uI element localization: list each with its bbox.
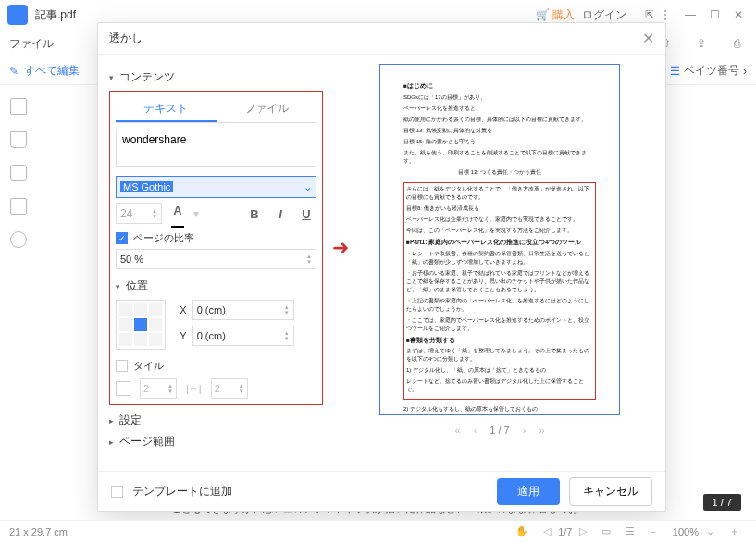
ratio-checkbox[interactable]: ✓ [116,232,128,244]
page-size-label: 21 x 29.7 cm [9,526,68,537]
ratio-label: ページの比率 [133,231,194,245]
y-input[interactable]: 0 (cm)▲▼ [192,326,294,346]
bookmark-icon[interactable] [10,131,27,148]
x-input[interactable]: 0 (cm)▲▼ [192,300,294,320]
modal-title: 透かし [109,31,143,46]
attachment-icon[interactable] [10,198,27,215]
tile-input-2[interactable]: 2▲▼ [211,378,248,399]
modal-close-icon[interactable]: ✕ [642,30,654,47]
cloud-icon[interactable]: ⇪ [691,33,712,54]
minimize-icon[interactable]: ― [680,5,700,25]
pager-prev-icon[interactable]: ‹ [474,425,477,436]
app-icon [7,5,28,25]
pager-next-icon[interactable]: › [523,425,527,436]
settings-section-header[interactable]: 設定 [109,413,323,428]
pencil-icon: ✎ [9,65,19,78]
sidebar [0,85,37,248]
bates-button[interactable]: ☰ ベイツ番号 › [670,63,747,79]
view-single-icon[interactable]: ▭ [601,525,611,537]
cancel-button[interactable]: キャンセル [569,477,652,506]
watermark-modal: 透かし ✕ コンテンツ テキスト ファイル wondershare MS Got… [97,22,666,512]
statusbar: 21 x 29.7 cm ✋ ◁ 1/7 ▷ ▭ ☰ − 100% ⌄ ＋ [0,520,756,542]
tile-input-1[interactable]: 2▲▼ [140,378,177,399]
thumbnails-icon[interactable] [10,98,27,115]
close-icon[interactable]: ✕ [728,5,749,25]
page-counter-badge: 1 / 7 [703,494,741,511]
content-section-header[interactable]: コンテンツ [109,69,323,85]
page-preview: ■はじめに SDGsには「17の目標」があり、 ペーパーレス化を推進すると、 紙… [379,64,620,415]
preview-highlight: さらには、紙をデジタル化することで、「働き方改革」が促進され、以下の目標にも貢献… [403,182,596,400]
zoom-value[interactable]: 100% [673,526,699,537]
apply-button[interactable]: 適用 [497,478,560,505]
tab-file[interactable]: ファイル [217,97,317,122]
underline-button[interactable]: U [296,203,316,224]
comment-icon[interactable] [10,165,27,181]
maximize-icon[interactable]: ☐ [704,5,725,25]
content-highlight-box: テキスト ファイル wondershare MS Gothic⌄ 24▲▼ A … [109,91,323,405]
y-label: Y [180,330,186,341]
italic-button[interactable]: I [270,203,291,224]
search-icon[interactable] [10,231,27,248]
bold-button[interactable]: B [244,203,265,224]
range-section-header[interactable]: ページ範囲 [109,434,323,450]
buy-link[interactable]: 🛒 購入 [536,7,575,23]
ratio-input[interactable]: 50 %▲▼ [116,249,316,269]
font-color-button[interactable]: A [167,203,188,224]
pager-display: 1 / 7 [490,425,509,436]
view-continuous-icon[interactable]: ☰ [626,525,635,537]
pager-first-icon[interactable]: « [455,425,461,436]
template-checkbox[interactable] [111,486,123,498]
menu-file[interactable]: ファイル [9,36,54,52]
modal-footer: テンプレートに追加 適用 キャンセル [98,471,665,511]
font-size-input[interactable]: 24▲▼ [116,203,162,224]
tile-label: タイル [133,359,164,373]
zoom-in-icon[interactable]: ＋ [729,524,739,538]
modal-header: 透かし ✕ [98,23,665,55]
tile-spacing-v-icon [116,381,130,396]
settings-panel: コンテンツ テキスト ファイル wondershare MS Gothic⌄ 2… [98,55,334,471]
tab-text[interactable]: テキスト [116,97,217,122]
template-label: テンプレートに追加 [132,484,232,499]
status-next-icon[interactable]: ▷ [579,525,587,537]
tile-spacing-h-icon: |↔| [186,383,202,394]
status-prev-icon[interactable]: ◁ [543,525,551,537]
preview-pager: « ‹ 1 / 7 › » [455,425,545,436]
watermark-text-input[interactable]: wondershare [116,129,316,167]
status-page[interactable]: 1/7 [558,526,572,537]
doc-title: 記事.pdf [35,7,76,23]
preview-panel: ■はじめに SDGsには「17の目標」があり、 ペーパーレス化を推進すると、 紙… [334,55,665,471]
edit-all-button[interactable]: すべて編集 [24,63,80,79]
zoom-out-icon[interactable]: − [650,526,655,537]
more-icon[interactable]: ⋮ [660,8,671,21]
print-icon[interactable]: ⎙ [726,33,747,54]
x-label: X [180,304,186,315]
content-tabs: テキスト ファイル [116,97,316,123]
login-link[interactable]: ログイン [582,7,626,23]
hand-tool-icon[interactable]: ✋ [515,525,528,537]
font-select[interactable]: MS Gothic⌄ [116,176,316,198]
pager-last-icon[interactable]: » [539,425,544,436]
position-section-header[interactable]: 位置 [116,278,316,294]
tile-checkbox[interactable] [116,360,128,372]
zoom-dropdown-icon[interactable]: ⌄ [706,525,714,537]
position-grid[interactable] [116,300,166,350]
